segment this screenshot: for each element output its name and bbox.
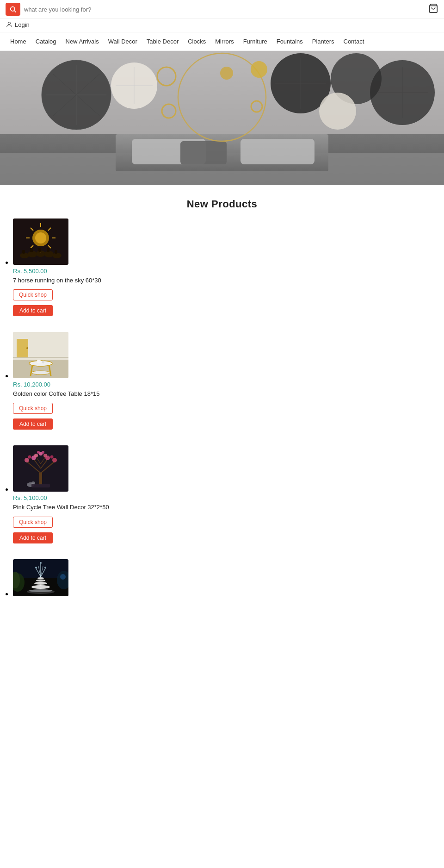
product-price-1: Rs. 5,500.00 xyxy=(13,268,444,275)
svg-point-62 xyxy=(31,371,50,375)
list-item xyxy=(13,559,444,604)
nav-mirrors[interactable]: Mirrors xyxy=(210,32,238,50)
svg-point-97 xyxy=(37,577,44,579)
svg-point-45 xyxy=(20,253,29,258)
svg-point-105 xyxy=(40,562,42,564)
hero-image xyxy=(0,51,444,185)
add-to-cart-button-2[interactable]: Add to cart xyxy=(13,418,53,430)
list-item: Rs. 10,200.00 Golden color Coffee Table … xyxy=(13,332,444,434)
nav-wall-decor[interactable]: Wall Decor xyxy=(104,32,142,50)
svg-point-96 xyxy=(36,579,45,581)
svg-point-80 xyxy=(43,454,47,457)
quick-shop-button-3[interactable]: Quick shop xyxy=(13,517,53,528)
search-input[interactable] xyxy=(24,6,428,13)
login-bar: Login xyxy=(0,19,444,32)
svg-point-108 xyxy=(29,589,52,592)
svg-rect-64 xyxy=(42,361,44,363)
svg-rect-68 xyxy=(39,473,42,485)
svg-rect-52 xyxy=(38,248,41,252)
product-list: Rs. 5,500.00 7 horse running on the sky … xyxy=(0,219,444,604)
svg-point-33 xyxy=(220,67,233,80)
cart-button[interactable] xyxy=(428,3,438,15)
svg-point-83 xyxy=(50,456,54,459)
svg-point-49 xyxy=(52,253,62,258)
svg-point-94 xyxy=(31,585,50,589)
nav-furniture[interactable]: Furniture xyxy=(239,32,272,50)
svg-point-76 xyxy=(52,458,57,462)
svg-rect-9 xyxy=(240,139,314,164)
nav-clocks[interactable]: Clocks xyxy=(183,32,210,50)
login-button[interactable]: Login xyxy=(15,21,30,28)
svg-point-103 xyxy=(35,567,37,568)
product-actions-2: Quick shop Add to cart xyxy=(13,403,53,430)
tree-image xyxy=(13,445,68,492)
nav-home[interactable]: Home xyxy=(6,32,31,50)
product-price-2: Rs. 10,200.00 xyxy=(13,381,444,388)
list-item: Rs. 5,500.00 7 horse running on the sky … xyxy=(13,219,444,321)
svg-rect-50 xyxy=(22,250,25,254)
svg-point-104 xyxy=(44,567,46,568)
svg-point-3 xyxy=(8,22,10,25)
product-image-2[interactable] xyxy=(13,332,68,378)
search-icon xyxy=(9,6,17,13)
hero-banner xyxy=(0,51,444,185)
product-image-4[interactable] xyxy=(13,559,68,596)
svg-point-0 xyxy=(11,7,15,11)
coffee-table-image xyxy=(13,332,68,378)
product-price-3: Rs. 5,100.00 xyxy=(13,494,444,501)
svg-point-95 xyxy=(34,582,47,585)
nav-fountains[interactable]: Fountains xyxy=(272,32,308,50)
svg-point-23 xyxy=(251,61,267,78)
product-image-3[interactable] xyxy=(13,445,68,492)
svg-point-75 xyxy=(25,458,29,462)
main-nav: Home Catalog New Arrivals Wall Decor Tab… xyxy=(0,32,444,51)
svg-rect-54 xyxy=(55,250,57,254)
svg-rect-63 xyxy=(37,360,41,363)
add-to-cart-button-3[interactable]: Add to cart xyxy=(13,532,53,543)
svg-point-66 xyxy=(26,347,28,349)
product-name-2: Golden color Coffee Table 18*15 xyxy=(13,390,444,398)
svg-point-107 xyxy=(60,574,66,580)
svg-point-85 xyxy=(42,451,44,454)
cart-icon xyxy=(428,3,438,13)
svg-rect-88 xyxy=(31,484,50,487)
svg-point-82 xyxy=(28,456,31,459)
nav-planters[interactable]: Planters xyxy=(308,32,339,50)
product-name-1: 7 horse running on the sky 60*30 xyxy=(13,276,444,285)
nav-catalog[interactable]: Catalog xyxy=(31,32,61,50)
svg-rect-51 xyxy=(30,248,33,252)
product-name-3: Pink Cycle Tree Wall Decor 32*2*50 xyxy=(13,503,444,512)
horse-image xyxy=(13,219,68,265)
search-bar xyxy=(0,0,444,19)
product-actions-3: Quick shop Add to cart xyxy=(13,517,53,543)
quick-shop-button-2[interactable]: Quick shop xyxy=(13,403,53,414)
svg-rect-10 xyxy=(180,141,227,164)
nav-new-arrivals[interactable]: New Arrivals xyxy=(61,32,104,50)
add-to-cart-button-1[interactable]: Add to cart xyxy=(13,305,53,316)
list-item: Rs. 5,100.00 Pink Cycle Tree Wall Decor … xyxy=(13,445,444,548)
product-actions-1: Quick shop Add to cart xyxy=(13,289,53,316)
nav-table-decor[interactable]: Table Decor xyxy=(142,32,183,50)
section-title: New Products xyxy=(0,185,444,219)
nav-contact[interactable]: Contact xyxy=(339,32,369,50)
quick-shop-button-1[interactable]: Quick shop xyxy=(13,289,53,300)
svg-point-84 xyxy=(37,451,40,454)
product-image-1[interactable] xyxy=(13,219,68,265)
search-button[interactable] xyxy=(6,3,20,16)
fountain-image xyxy=(13,559,68,596)
svg-line-1 xyxy=(14,11,16,12)
svg-point-79 xyxy=(34,454,38,457)
new-products-section: New Products xyxy=(0,185,444,604)
svg-point-32 xyxy=(319,93,356,130)
svg-point-36 xyxy=(35,232,46,244)
svg-rect-53 xyxy=(47,248,49,252)
user-icon xyxy=(6,21,13,28)
